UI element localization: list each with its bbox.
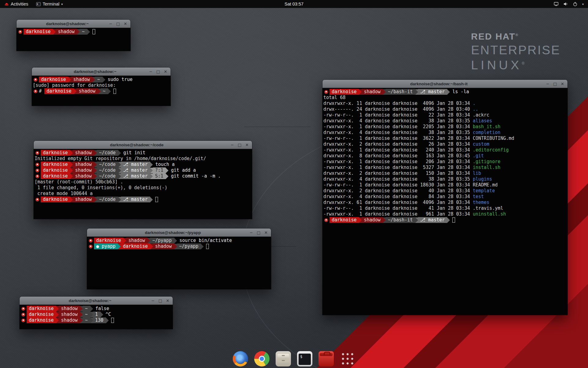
window-maximize-button[interactable]: □ [116,20,120,28]
command-text: source bin/activate [179,238,232,243]
window-minimize-button[interactable]: − [249,228,253,237]
terminal-window-code[interactable]: darknoise@shadow:~/code−□✕darknoiseshado… [34,141,252,219]
prompt-segment-user: darknoise [27,306,56,312]
output-text: # [39,88,44,94]
terminal-icon[interactable] [297,351,312,366]
terminal-app-icon [36,2,41,6]
chevron-down-icon[interactable]: ▾ [582,2,584,6]
firefox-icon[interactable] [233,351,248,366]
terminal-cursor [155,197,158,202]
prompt-segment-venv: ● pyapp [94,243,118,249]
app-grid-icon[interactable] [340,351,355,366]
powerline-separator-icon [166,174,168,179]
window-close-button[interactable]: ✕ [560,80,564,88]
window-close-button[interactable]: ✕ [164,67,168,76]
powerline-separator-icon [90,312,93,317]
output-text: drwxrwxr-x. 11 darknoise darknoise 4096 … [323,101,473,106]
prompt-shell-icon [36,174,39,178]
powerline-separator-icon [94,162,97,167]
prompt-segment-path: ~/code [97,150,118,156]
powerline-separator-icon [80,318,83,323]
prompt-segment-path: ~ [95,77,102,82]
powerline-separator-icon [56,318,59,323]
output-text: .git [473,153,484,159]
software-icon[interactable] [318,351,334,366]
window-titlebar[interactable]: darknoise@shadow:~−□✕ [17,20,130,28]
powerline-separator-icon [150,174,153,179]
terminal-line: -rwxrwxr-x. 1 darknoise darknoise 2205 J… [323,124,567,130]
output-text: [master (root-commit) 50bcb63] . [35,179,123,185]
window-minimize-button[interactable]: − [149,67,153,76]
activities-button[interactable]: Activities [2,0,30,8]
powerline-separator-icon [94,197,97,202]
terminal-body[interactable]: darknoiseshadow~sudo true[sudo] password… [32,76,171,106]
terminal-line: darknoiseshadow~/code⎇ mastertouch a [35,162,252,167]
terminal-line: drwxrwxr-x. 11 darknoise darknoise 4096 … [323,101,567,106]
window-minimize-button[interactable]: − [109,20,113,28]
prompt-segment-path: ~/bash-it [386,217,415,223]
terminal-body[interactable]: darknoiseshadow~falsedarknoiseshadow~1^C… [20,305,173,329]
terminal-line: [master (root-commit) 50bcb63] . [35,179,252,185]
chevron-down-icon: ▾ [61,2,63,6]
terminal-line: darknoiseshadow~130 [21,317,173,323]
terminal-body[interactable]: darknoiseshadow~/codegit initInitialized… [34,149,252,219]
terminal-window-home-1[interactable]: darknoise@shadow:~−□✕darknoiseshadow~ [17,20,130,51]
powerline-separator-icon [415,89,418,95]
window-minimize-button[interactable]: − [151,297,155,305]
powerline-separator-icon [90,318,93,323]
window-maximize-button[interactable]: □ [257,228,261,237]
window-titlebar[interactable]: darknoise@shadow:~/bash-it−□✕ [322,80,567,88]
powerline-separator-icon [383,217,386,223]
powerline-separator-icon [447,217,450,223]
powerline-separator-icon [74,89,77,94]
terminal-cursor [452,217,455,223]
window-maximize-button[interactable]: □ [238,141,242,149]
window-minimize-button[interactable]: − [230,141,234,149]
output-text: . [473,101,476,106]
terminal-window-sudo[interactable]: darknoise@shadow:~−□✕darknoiseshadow~sud… [32,67,171,106]
window-close-button[interactable]: ✕ [166,297,170,305]
terminal-body[interactable]: darknoiseshadow~/pyappsource bin/activat… [87,237,271,289]
clock[interactable]: Sat 03:57 [285,2,303,6]
terminal-line: darknoiseshadow~/code⎇ masterS:1git comm… [35,173,252,179]
power-icon[interactable] [573,2,578,6]
volume-icon[interactable] [563,2,568,6]
desktop: { "topbar": { "activities_label": "Activ… [0,0,588,368]
window-titlebar[interactable]: darknoise@shadow:~/code−□✕ [34,141,252,149]
prompt-segment-git: ⎇ master [418,217,447,223]
window-maximize-button[interactable]: □ [553,80,557,88]
output-text: .gitignore [473,159,500,165]
output-text: -rwxrwxr-x. 1 darknoise darknoise 961 Ja… [323,211,473,217]
window-titlebar[interactable]: darknoise@shadow:~−□✕ [20,297,173,305]
window-controls: −□✕ [109,20,130,28]
window-close-button[interactable]: ✕ [245,141,249,149]
terminal-window-home-2[interactable]: darknoise@shadow:~−□✕darknoiseshadow~fal… [20,297,173,329]
window-maximize-button[interactable]: □ [156,67,160,76]
terminal-window-pyapp[interactable]: darknoise@shadow:~/pyapp−□✕darknoiseshad… [87,228,271,289]
prompt-segment-host: shadow [73,173,94,179]
app-menu-label: Terminal [43,2,59,6]
display-icon[interactable] [554,2,559,6]
files-icon[interactable] [276,351,291,366]
window-maximize-button[interactable]: □ [158,297,162,305]
prompt-shell-icon [34,78,37,82]
app-menu-terminal[interactable]: Terminal ▾ [34,0,65,8]
powerline-separator-icon [90,306,93,312]
window-minimize-button[interactable]: − [546,80,550,88]
powerline-separator-icon [108,89,111,94]
terminal-window-bash-it[interactable]: darknoise@shadow:~/bash-it−□✕darknoisesh… [322,80,567,315]
prompt-segment-host: shadow [71,77,92,82]
prompt-segment-user: darknoise [41,162,70,167]
terminal-body[interactable]: darknoiseshadow~/bash-it⎇ masterls -lato… [322,88,567,315]
window-close-button[interactable]: ✕ [264,228,268,237]
powerline-separator-icon [118,162,121,167]
terminal-line: -rwxrwxr-x. 1 darknoise darknoise 240 Ja… [323,147,567,153]
window-titlebar[interactable]: darknoise@shadow:~−□✕ [32,67,171,76]
terminal-line: -rwxrwxr-x. 1 darknoise darknoise 206 Ja… [323,159,567,165]
chrome-icon[interactable] [254,351,270,366]
prompt-shell-icon [21,319,25,322]
powerline-separator-icon [77,29,80,35]
window-titlebar[interactable]: darknoise@shadow:~/pyapp−□✕ [87,228,271,237]
terminal-body[interactable]: darknoiseshadow~ [17,28,130,51]
window-close-button[interactable]: ✕ [123,20,127,28]
